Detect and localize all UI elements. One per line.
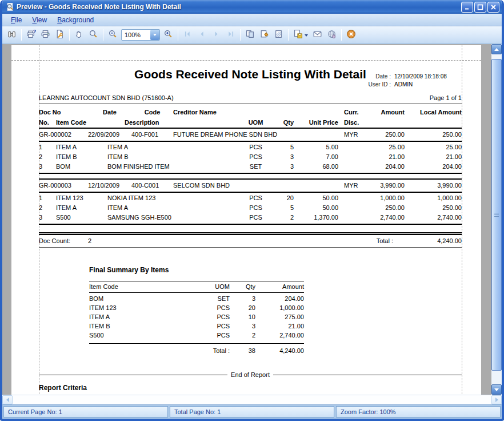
item-qty: 20 <box>269 193 294 203</box>
item-row: 2 ITEM B ITEM B PCS 3 7.00 21.00 21.00 <box>39 152 462 162</box>
export-save-icon <box>293 29 303 41</box>
summary-item-code: ITEM B <box>89 321 190 331</box>
menu-background[interactable]: Background <box>52 15 99 25</box>
toolbar-separator <box>178 29 178 41</box>
menu-file[interactable]: File <box>6 15 27 25</box>
doc-amount: 3,990.00 <box>373 181 405 190</box>
company-name: LEARNNG AUTOCOUNT SDN BHD (751600-A) <box>39 94 174 102</box>
toolbar-separator <box>103 29 103 41</box>
item-unit-price: 5.00 <box>294 142 338 152</box>
title-bar[interactable]: Preview - Goods Received Note Listing Wi… <box>2 0 502 14</box>
find-button[interactable] <box>5 28 19 42</box>
minimize-button[interactable] <box>461 2 473 13</box>
menu-bar: File View Background <box>2 14 502 26</box>
doc-date: 12/10/2009 <box>88 181 131 190</box>
vertical-scrollbar-thumb[interactable] <box>491 59 502 371</box>
svg-text:?: ? <box>33 29 36 34</box>
grand-total-label: Total : <box>359 236 405 246</box>
item-amount: 1,000.00 <box>373 193 405 203</box>
previous-page-button[interactable] <box>195 28 209 42</box>
email-button[interactable] <box>310 28 325 42</box>
col-unit-price: Unit Price <box>294 117 338 128</box>
item-unit-price: 50.00 <box>294 203 338 213</box>
item-qty: 5 <box>269 203 294 213</box>
doc-local-amount: 250.00 <box>405 130 462 140</box>
print-button[interactable] <box>38 28 53 42</box>
summary-uom: PCS <box>190 312 230 321</box>
group-header-row: GR-000002 22/09/2009 400-F001 FUTURE DRE… <box>39 129 462 142</box>
combo-dropdown-icon[interactable] <box>150 30 159 40</box>
totals-row: Doc Count: 2 Total : 4,240.00 <box>39 235 462 248</box>
horizontal-scrollbar[interactable] <box>2 395 502 404</box>
scroll-up-button[interactable] <box>491 44 502 54</box>
export-button[interactable] <box>291 28 310 42</box>
report-page: Date :12/10/2009 18:18:08 User ID :ADMIN… <box>11 45 481 395</box>
pan-button[interactable] <box>72 28 86 42</box>
last-page-button[interactable] <box>223 28 238 42</box>
status-zoom-factor: Zoom Factor: 100% <box>336 406 501 418</box>
col-no: No. <box>39 117 56 128</box>
summary-header: Item Code UOM Qty Amount <box>89 281 304 293</box>
creditor-name: SELCOM SDN BHD <box>173 181 338 190</box>
item-code: ITEM A <box>56 142 107 152</box>
multiple-pages-button[interactable] <box>243 28 257 42</box>
item-local-amount: 250.00 <box>405 203 462 213</box>
toolbar-separator <box>21 29 22 41</box>
next-page-button[interactable] <box>209 28 223 42</box>
vertical-scrollbar[interactable] <box>491 44 502 395</box>
watermark-icon <box>274 29 283 41</box>
scroll-left-button[interactable] <box>2 395 13 404</box>
magnifier-plus-icon <box>163 29 173 41</box>
summary-uom: PCS <box>190 331 230 340</box>
table-header: Doc No Date Code Creditor Name Curr. Amo… <box>39 107 462 129</box>
page-background-button[interactable] <box>257 28 271 42</box>
print-options-button[interactable]: ? <box>24 28 38 42</box>
item-local-amount: 204.00 <box>405 162 462 172</box>
summary-qty: 2 <box>230 331 255 340</box>
multiple-pages-icon <box>245 29 255 41</box>
zoom-in-button[interactable] <box>161 28 175 42</box>
close-button[interactable] <box>487 2 499 13</box>
item-code: S500 <box>56 213 107 223</box>
page-setup-button[interactable] <box>53 28 67 42</box>
item-unit-price: 1,370.00 <box>294 213 338 223</box>
creditor-code: 400-F001 <box>131 130 173 140</box>
creditor-code: 400-C001 <box>131 181 173 190</box>
zoom-out-button[interactable] <box>106 28 120 42</box>
item-row: 1 ITEM 123 NOKIA ITEM 123 PCS 20 50.00 1… <box>39 193 462 203</box>
item-amount: 21.00 <box>373 152 405 162</box>
top-margin-guide <box>11 60 481 61</box>
scroll-right-button[interactable] <box>491 395 502 404</box>
item-amount: 204.00 <box>373 162 405 172</box>
zoom-tool-button[interactable] <box>86 28 101 42</box>
item-uom: PCS <box>243 152 269 162</box>
printer-icon <box>41 29 50 41</box>
item-local-amount: 1,000.00 <box>405 193 462 203</box>
item-description: SAMSUNG SGH-E500 <box>107 213 243 223</box>
doc-local-amount: 3,990.00 <box>405 181 462 190</box>
zoom-level-combobox[interactable]: 100% <box>121 29 160 41</box>
item-description: NOKIA ITEM 123 <box>107 193 243 203</box>
item-description: ITEM A <box>107 142 243 152</box>
watermark-button[interactable] <box>271 28 286 42</box>
first-page-button[interactable] <box>181 28 195 42</box>
summary-total-qty: 38 <box>230 346 255 356</box>
summary-uom: PCS <box>190 321 230 331</box>
col-doc-no: Doc No <box>39 107 88 117</box>
menu-view[interactable]: View <box>27 15 52 25</box>
item-uom: PCS <box>243 193 269 203</box>
report-criteria-title: Report Criteria <box>39 384 462 392</box>
summary-total-amount: 4,240.00 <box>255 346 304 356</box>
export-dropdown-icon[interactable] <box>305 34 308 38</box>
export-web-button[interactable] <box>325 28 339 42</box>
close-preview-button[interactable] <box>344 28 358 42</box>
summary-qty: 3 <box>230 294 255 303</box>
col-curr: Curr. <box>338 107 373 117</box>
end-of-report-label: End of Report <box>227 371 273 379</box>
doc-date: 22/09/2009 <box>88 130 131 140</box>
item-description: BOM FINISHED ITEM <box>107 162 243 172</box>
maximize-button[interactable] <box>474 2 486 13</box>
col-creditor-name: Creditor Name <box>173 107 338 117</box>
scroll-down-button[interactable] <box>491 384 502 395</box>
col-disc: Disc. <box>338 117 373 128</box>
